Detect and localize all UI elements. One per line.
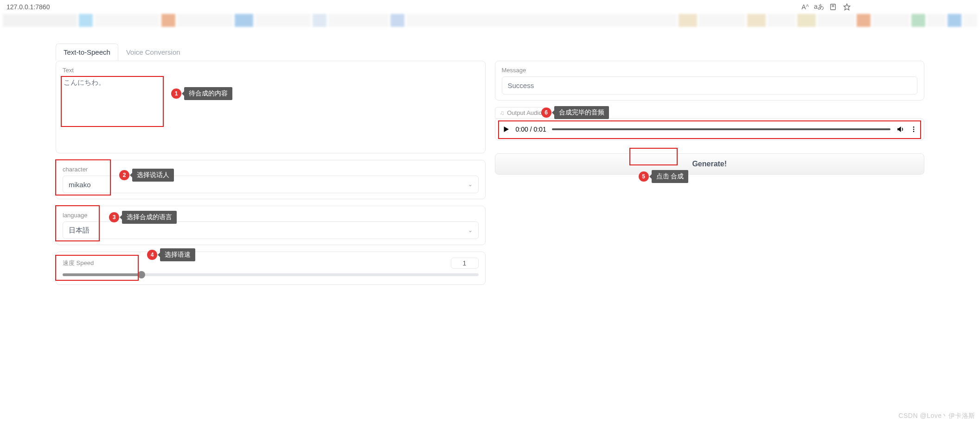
audio-time: 0:00 / 0:01 xyxy=(516,126,546,133)
output-audio-label: ♫ Output Audio xyxy=(495,107,547,119)
svg-marker-3 xyxy=(844,4,850,10)
speed-panel: 4 选择语速 速度 Speed 1 xyxy=(56,252,486,285)
left-column: Text 1 待合成的内容 character mikako ⌄ 2 选 xyxy=(56,61,486,291)
character-select[interactable]: mikako ⌄ xyxy=(63,176,479,193)
language-panel: language 日本語 ⌄ 3 选择合成的语言 xyxy=(56,206,486,245)
url-text[interactable]: 127.0.0.1:7860 xyxy=(4,3,50,11)
kebab-icon[interactable] xyxy=(910,126,917,133)
music-note-icon: ♫ xyxy=(500,109,505,116)
text-label: Text xyxy=(63,67,479,74)
message-panel: Message Success xyxy=(495,61,925,101)
address-bar: 127.0.0.1:7860 AA aあ xyxy=(0,0,980,14)
message-label: Message xyxy=(502,67,918,74)
tab-bar: Text-to-Speech Voice Conversion xyxy=(56,44,924,61)
character-label: character xyxy=(63,166,479,173)
app-root: Text-to-Speech Voice Conversion Text 1 待… xyxy=(56,44,924,291)
generate-button[interactable]: Generate! xyxy=(495,153,925,175)
svg-marker-4 xyxy=(504,126,509,132)
audio-panel: 0:00 / 0:01 xyxy=(495,118,925,140)
blurred-toolbar xyxy=(0,14,980,27)
chevron-down-icon: ⌄ xyxy=(468,227,473,234)
svg-point-7 xyxy=(913,131,915,132)
text-panel: Text 1 待合成的内容 xyxy=(56,61,486,153)
generate-block: Generate! 5 点击 合成 xyxy=(495,147,925,175)
message-value: Success xyxy=(502,76,918,95)
svg-point-6 xyxy=(913,129,915,130)
tab-tts[interactable]: Text-to-Speech xyxy=(56,44,118,61)
favorite-icon[interactable] xyxy=(842,3,852,11)
chevron-down-icon: ⌄ xyxy=(468,181,473,188)
annotation-6: 6 合成完毕的音频 xyxy=(541,106,609,119)
play-icon[interactable] xyxy=(502,125,510,133)
text-size-icon[interactable]: AA xyxy=(800,3,810,11)
character-value: mikako xyxy=(69,181,91,189)
character-panel: character mikako ⌄ 2 选择说话人 xyxy=(56,160,486,199)
reader-icon[interactable] xyxy=(828,3,838,11)
language-label: language xyxy=(63,212,479,219)
speed-slider[interactable] xyxy=(63,273,479,276)
text-input[interactable] xyxy=(63,76,479,137)
speed-value[interactable]: 1 xyxy=(451,258,479,269)
translate-icon[interactable]: aあ xyxy=(814,3,824,11)
output-audio-block: ♫ Output Audio 6 合成完毕的音频 0:00 / 0:01 xyxy=(495,107,925,140)
audio-progress[interactable] xyxy=(552,128,890,130)
language-value: 日本語 xyxy=(69,226,90,235)
right-column: Message Success ♫ Output Audio 6 合成完毕的音频 xyxy=(495,61,925,291)
volume-icon[interactable] xyxy=(896,125,904,133)
audio-player[interactable]: 0:00 / 0:01 xyxy=(501,123,919,135)
slider-thumb[interactable] xyxy=(138,271,145,278)
tab-vc[interactable]: Voice Conversion xyxy=(118,44,188,61)
svg-point-5 xyxy=(913,126,915,128)
speed-label: 速度 Speed xyxy=(63,259,94,267)
language-select[interactable]: 日本語 ⌄ xyxy=(63,221,479,239)
